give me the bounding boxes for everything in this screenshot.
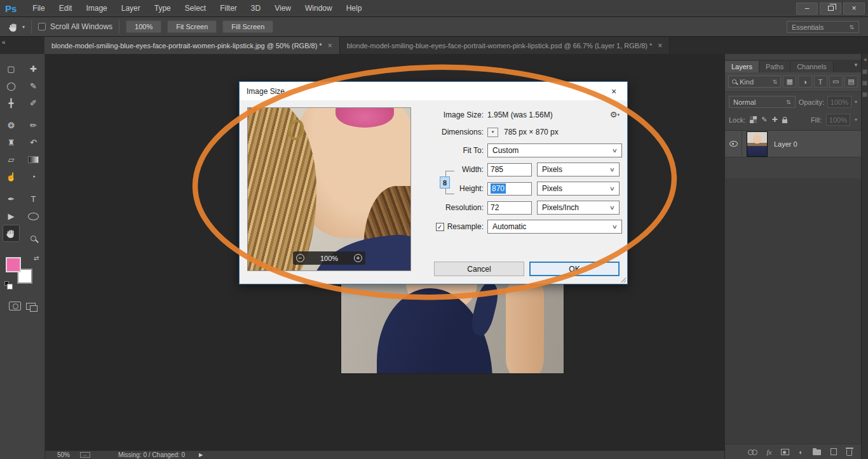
- add-layer-mask-icon[interactable]: [781, 449, 789, 455]
- new-adjustment-layer-icon[interactable]: ◐: [799, 448, 803, 456]
- fit-to-select[interactable]: Custom ∨: [487, 143, 622, 157]
- opacity-value[interactable]: 100%: [827, 96, 851, 108]
- zoom-level-field[interactable]: 50%: [57, 451, 70, 458]
- dialog-options-gear-icon[interactable]: ⚙▾: [610, 110, 620, 119]
- foreground-color-swatch[interactable]: [6, 257, 21, 272]
- close-tab-icon[interactable]: ×: [658, 41, 662, 50]
- document-tab-jpg[interactable]: blonde-model-smiling-blue-eyes-face-port…: [44, 37, 340, 54]
- scroll-all-windows-checkbox[interactable]: Scroll All Windows: [38, 22, 112, 31]
- document-image[interactable]: [341, 284, 564, 373]
- filter-shape-layers-icon[interactable]: ▭: [829, 76, 843, 88]
- screen-mode-button[interactable]: [26, 302, 36, 310]
- menu-layer[interactable]: Layer: [114, 4, 147, 13]
- tool-preset-caret-icon[interactable]: ▾: [22, 24, 25, 30]
- resample-select[interactable]: Automatic ∨: [487, 220, 622, 234]
- eraser-tool[interactable]: ▱: [0, 151, 22, 168]
- lock-all-icon[interactable]: [782, 119, 787, 123]
- minimize-button[interactable]: –: [796, 3, 818, 15]
- resolution-unit-select[interactable]: Pixels/Inch ∨: [537, 201, 620, 215]
- gradient-tool[interactable]: [22, 151, 44, 168]
- status-menu-arrow-icon[interactable]: ▶: [199, 452, 203, 458]
- menu-filter[interactable]: Filter: [213, 4, 244, 13]
- crop-tool[interactable]: ╋: [0, 95, 22, 112]
- collapse-toolbar-icon[interactable]: «: [2, 39, 4, 46]
- resolution-input[interactable]: [487, 201, 532, 215]
- zoom-100-button[interactable]: 100%: [126, 20, 161, 33]
- dock-panel-icon[interactable]: [862, 81, 867, 86]
- dropdown-icon[interactable]: ▾: [855, 117, 857, 123]
- dodge-tool[interactable]: ◔: [22, 168, 44, 185]
- move-tool[interactable]: ✚: [22, 60, 44, 77]
- height-unit-select[interactable]: Pixels ∨: [537, 182, 620, 196]
- filter-pixel-layers-icon[interactable]: ▦: [783, 76, 796, 88]
- lock-pixels-icon[interactable]: ✎: [761, 116, 767, 124]
- clone-stamp-tool[interactable]: ♜: [0, 134, 22, 151]
- tab-layers[interactable]: Layers: [725, 61, 759, 72]
- menu-image[interactable]: Image: [79, 4, 114, 13]
- dock-panel-icon[interactable]: [862, 69, 867, 74]
- zoom-tool[interactable]: [22, 230, 44, 247]
- ellipse-tool[interactable]: [22, 208, 44, 225]
- dialog-close-button[interactable]: ×: [600, 82, 627, 100]
- delete-layer-icon[interactable]: [846, 449, 852, 456]
- lasso-tool[interactable]: ◯: [0, 77, 22, 95]
- width-unit-select[interactable]: Pixels ∨: [537, 163, 620, 176]
- blend-mode-select[interactable]: Normal ⇅: [729, 96, 796, 108]
- constrain-proportions-link-icon[interactable]: 8: [440, 176, 450, 189]
- menu-view[interactable]: View: [268, 4, 298, 13]
- close-tab-icon[interactable]: ×: [328, 41, 332, 50]
- filter-type-layers-icon[interactable]: T: [814, 76, 827, 88]
- fit-screen-button[interactable]: Fit Screen: [167, 20, 217, 33]
- lock-position-icon[interactable]: ✚: [772, 116, 778, 124]
- quick-selection-tool[interactable]: ✎: [22, 77, 44, 95]
- filter-kind-select[interactable]: Kind ⇅: [728, 76, 781, 88]
- hand-tool[interactable]: [3, 225, 20, 242]
- resample-checkbox[interactable]: ✓: [436, 223, 444, 231]
- type-tool[interactable]: T: [22, 190, 44, 208]
- swap-colors-icon[interactable]: ⇄: [34, 255, 39, 262]
- menu-3d[interactable]: 3D: [244, 4, 268, 13]
- dimensions-unit-button[interactable]: ▾: [487, 128, 498, 137]
- smudge-tool[interactable]: ☝: [0, 168, 22, 185]
- menu-edit[interactable]: Edit: [52, 4, 79, 13]
- menu-type[interactable]: Type: [147, 4, 178, 13]
- width-input[interactable]: [487, 163, 532, 176]
- menu-file[interactable]: File: [25, 4, 51, 13]
- tab-channels[interactable]: Channels: [790, 61, 833, 72]
- panel-menu-icon[interactable]: ▼: [853, 62, 858, 68]
- menu-window[interactable]: Window: [298, 4, 339, 13]
- pen-tool[interactable]: ✒: [0, 190, 22, 208]
- dropdown-icon[interactable]: ▾: [855, 99, 857, 105]
- path-selection-tool[interactable]: ▶: [0, 208, 22, 225]
- ok-button[interactable]: OK: [529, 262, 620, 276]
- tab-paths[interactable]: Paths: [759, 61, 790, 72]
- close-button[interactable]: ×: [843, 3, 865, 15]
- filter-adjustment-layers-icon[interactable]: ◑: [798, 76, 811, 88]
- layer-visibility-cell[interactable]: [725, 131, 742, 157]
- image-preview[interactable]: − 100% +: [247, 107, 411, 271]
- workspace-switcher[interactable]: Essentials ⇅: [787, 21, 859, 33]
- zoom-in-button[interactable]: +: [354, 254, 362, 262]
- height-input[interactable]: 870: [487, 182, 532, 196]
- zoom-out-button[interactable]: −: [296, 254, 304, 262]
- new-group-icon[interactable]: [813, 449, 821, 455]
- rectangular-marquee-tool[interactable]: ▢: [0, 60, 22, 77]
- menu-select[interactable]: Select: [178, 4, 213, 13]
- dock-panel-icon[interactable]: [862, 92, 867, 97]
- collapse-dock-icon[interactable]: «: [864, 57, 865, 63]
- eyedropper-tool[interactable]: ✐: [22, 95, 44, 112]
- document-tab-psd[interactable]: blonde-model-smiling-blue-eyes-face-port…: [340, 37, 670, 54]
- restore-button[interactable]: [820, 3, 841, 15]
- menu-help[interactable]: Help: [339, 4, 369, 13]
- cancel-button[interactable]: Cancel: [434, 262, 524, 276]
- collapsed-dock[interactable]: «: [861, 54, 868, 459]
- fill-value[interactable]: 100%: [826, 114, 850, 126]
- spot-healing-tool[interactable]: ❂: [0, 117, 22, 134]
- dialog-titlebar[interactable]: Image Size ×: [240, 82, 627, 100]
- link-layers-icon[interactable]: [748, 449, 757, 455]
- quick-mask-button[interactable]: [9, 302, 21, 310]
- layer-thumbnail[interactable]: [747, 131, 768, 157]
- layer-row[interactable]: Layer 0: [725, 131, 861, 157]
- dialog-resize-grip[interactable]: [621, 277, 626, 283]
- filter-smart-objects-icon[interactable]: ▤: [844, 76, 858, 88]
